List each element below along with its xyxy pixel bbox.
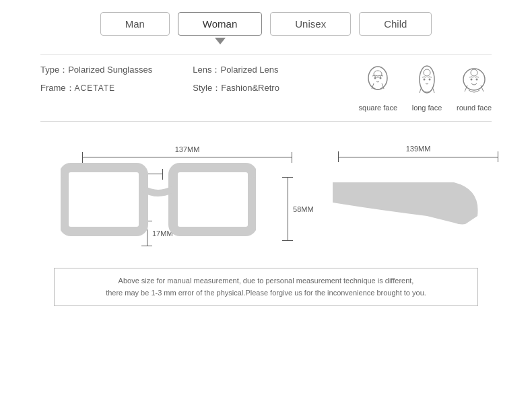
lens-label: Lens： <box>193 65 220 75</box>
note-line1: Above size for manual measurement, due t… <box>119 277 414 285</box>
round-face-label: round face <box>457 104 492 112</box>
info-right-text-column: Lens：Polarized Lens Style：Fashion&Retro <box>193 63 345 100</box>
square-face-label: square face <box>359 104 397 112</box>
svg-rect-19 <box>173 168 253 231</box>
tab-child[interactable]: Child <box>359 12 432 36</box>
style-value: Fashion&Retro <box>221 83 279 93</box>
frame-value: ACETATE <box>75 83 116 93</box>
type-value: Polarized Sunglasses <box>68 65 152 75</box>
tab-man[interactable]: Man <box>100 12 170 36</box>
square-face-icon <box>362 63 394 101</box>
face-icons-group: square face long face <box>359 63 492 112</box>
height-label: 58MM <box>293 205 314 213</box>
lens-value: Polarized Lens <box>220 65 278 75</box>
product-info: Type：Polarized Sunglasses Frame：ACETATE … <box>0 63 532 112</box>
tab-woman[interactable]: Woman <box>178 12 262 36</box>
round-face-icon <box>458 63 490 101</box>
info-left-column: Type：Polarized Sunglasses Frame：ACETATE <box>40 63 193 100</box>
style-row: Style：Fashion&Retro <box>193 81 345 96</box>
arm-length-measure: 139MM <box>338 157 498 157</box>
frame-row: Frame：ACETATE <box>40 81 193 96</box>
frame-label: Frame： <box>40 83 75 93</box>
svg-point-1 <box>374 71 382 77</box>
glasses-arm-svg <box>333 162 481 256</box>
svg-point-15 <box>476 79 478 81</box>
svg-line-21 <box>253 177 256 182</box>
tab-active-arrow <box>215 38 226 44</box>
width-top-measure: 137MM <box>82 157 292 157</box>
tab-unisex[interactable]: Unisex <box>270 12 351 36</box>
tab-bar: Man Woman Unisex Child <box>0 0 532 42</box>
long-face-label: long face <box>412 104 442 112</box>
glasses-front-svg <box>61 162 256 270</box>
svg-rect-18 <box>64 168 143 231</box>
type-row: Type：Polarized Sunglasses <box>40 63 193 77</box>
long-face-icon <box>411 63 443 101</box>
measurement-note: Above size for manual measurement, due t… <box>54 268 478 306</box>
face-square: square face <box>359 63 397 112</box>
svg-point-6 <box>420 66 434 93</box>
svg-line-11 <box>432 87 434 93</box>
face-round: round face <box>457 63 492 112</box>
svg-point-9 <box>429 79 431 81</box>
type-label: Type： <box>40 65 68 75</box>
section-divider <box>40 55 492 55</box>
svg-point-14 <box>471 79 473 81</box>
style-label: Style： <box>193 83 221 93</box>
svg-point-8 <box>424 79 426 81</box>
arm-length-label: 139MM <box>406 145 431 153</box>
svg-point-0 <box>368 67 387 89</box>
width-top-label: 137MM <box>175 145 200 153</box>
face-long: long face <box>411 63 443 112</box>
svg-point-5 <box>380 77 382 79</box>
glasses-arm-diagram: 139MM <box>326 137 505 261</box>
dimensions-section: 137MM 68MM 58MM <box>0 130 532 261</box>
note-line2: there may be 1-3 mm error of the physica… <box>106 289 426 297</box>
svg-line-20 <box>61 177 64 182</box>
svg-point-4 <box>374 77 376 79</box>
height-measure: 58MM <box>288 177 288 241</box>
lens-row: Lens：Polarized Lens <box>193 63 345 77</box>
svg-point-13 <box>471 69 477 76</box>
svg-line-10 <box>420 87 422 93</box>
glasses-front-diagram: 137MM 68MM 58MM <box>40 137 299 261</box>
svg-point-7 <box>424 69 430 76</box>
section-divider-2 <box>40 121 492 122</box>
